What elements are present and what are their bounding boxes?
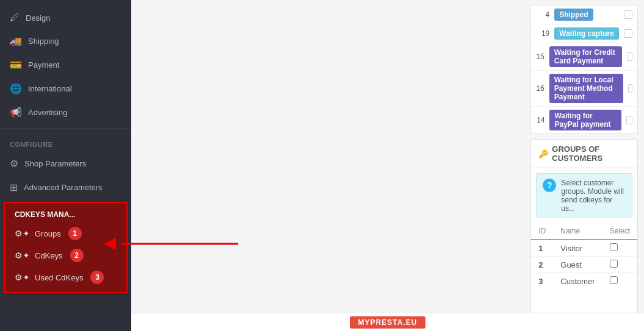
sidebar-item-advertising[interactable]: 📢 Advertising [0, 101, 131, 124]
status-row-shipped: 4 Shipped [531, 5, 637, 24]
col-id: ID [531, 223, 553, 240]
sidebar-item-international[interactable]: 🌐 International [0, 77, 131, 101]
select-checkbox[interactable] [610, 276, 618, 284]
table-row: 2 Guest [531, 257, 637, 273]
groups-table: ID Name Select 1 Visitor 2 [531, 223, 637, 289]
cdkeys-groups-item[interactable]: ⚙✦ Groups 1 [5, 222, 126, 244]
cdkeys-groups-label: Groups [35, 229, 61, 238]
sidebar-item-label: Advertising [28, 108, 67, 117]
sidebar-item-shop-parameters[interactable]: ⚙ Shop Parameters [0, 152, 131, 176]
footer: MYPRESTA.EU [131, 313, 644, 331]
badge-3: 3 [90, 271, 104, 284]
status-id: 14 [536, 116, 545, 124]
sidebar-item-advanced-parameters[interactable]: ⊞ Advanced Parameters [0, 176, 131, 199]
cdkeys-title-label: CDKEYS MANA... [15, 210, 75, 219]
gear-icon-groups: ⚙✦ [15, 229, 30, 238]
table-row: 1 Visitor [531, 240, 637, 257]
sidebar-item-label: International [28, 84, 72, 93]
groups-table-header-row: ID Name Select [531, 223, 637, 240]
col-name: Name [553, 223, 602, 240]
sidebar-item-label: Advanced Parameters [24, 183, 103, 192]
sidebar-item-design[interactable]: 🖊 Design [0, 6, 131, 29]
cdkeys-title: CDKEYS MANA... [5, 207, 126, 222]
shipping-icon: 🚚 [10, 35, 22, 47]
sidebar: 🖊 Design 🚚 Shipping 💳 Payment 🌐 Internat… [0, 0, 131, 331]
payment-icon: 💳 [10, 59, 22, 71]
main-content: Groups of customers permitted to receive… [131, 0, 644, 331]
status-id: 4 [536, 10, 549, 19]
groups-info-box: ? Select customer groups. Module will se… [536, 173, 632, 218]
status-id: 19 [536, 29, 549, 38]
configure-section-label: CONFIGURE [0, 132, 131, 152]
sidebar-item-label: Shop Parameters [24, 159, 86, 168]
status-row-paypal: 14 Waiting for PayPal payment [531, 107, 637, 133]
gear-icon-cdkeys: ⚙✦ [15, 251, 30, 260]
sidebar-item-label: Shipping [28, 37, 59, 46]
row-name: Visitor [553, 240, 602, 257]
row-id: 1 [531, 240, 553, 257]
row-select[interactable] [602, 273, 637, 290]
groups-title-label: GROUPS OF CUSTOMERS [552, 144, 630, 163]
advertising-icon: 📢 [10, 107, 22, 118]
status-row-waiting-capture: 19 Waiting capture [531, 24, 637, 43]
row-id: 3 [531, 273, 553, 290]
sidebar-item-shipping[interactable]: 🚚 Shipping [0, 29, 131, 53]
divider [0, 128, 131, 129]
status-checkbox[interactable] [624, 10, 632, 19]
status-id: 15 [536, 52, 544, 61]
status-badge-shipped: Shipped [554, 9, 593, 21]
international-icon: 🌐 [10, 83, 22, 94]
info-icon: ? [543, 179, 556, 192]
status-badge-paypal: Waiting for PayPal payment [549, 110, 621, 130]
status-badge-credit-card: Waiting for Credit Card Payment [549, 46, 623, 67]
right-panel: 4 Shipped 19 Waiting capture 15 Waiting … [524, 0, 644, 331]
row-name: Guest [553, 257, 602, 273]
status-row-credit-card: 15 Waiting for Credit Card Payment [531, 43, 637, 71]
row-name: Customer [553, 273, 602, 290]
groups-panel-title: 🔑 GROUPS OF CUSTOMERS [531, 140, 637, 168]
status-badge-local-payment: Waiting for Local Payment Method Payment [549, 74, 623, 103]
select-checkbox[interactable] [610, 260, 618, 268]
design-icon: 🖊 [10, 12, 20, 23]
cdkeys-cdkeys-label: CdKeys [35, 251, 63, 260]
cdkeys-cdkeys-item[interactable]: ⚙✦ CdKeys 2 [5, 244, 126, 266]
status-checkbox[interactable] [628, 84, 632, 93]
col-select: Select [602, 223, 637, 240]
content-area: Groups of customers permitted to receive… [131, 0, 644, 331]
sidebar-item-label: Design [26, 13, 50, 23]
status-row-local-payment: 16 Waiting for Local Payment Method Paym… [531, 71, 637, 107]
status-checkbox[interactable] [627, 52, 632, 61]
advanced-params-icon: ⊞ [10, 182, 18, 193]
shop-params-icon: ⚙ [10, 158, 18, 169]
gear-icon-used: ⚙✦ [15, 272, 30, 282]
cdkeys-used-item[interactable]: ⚙✦ Used CdKeys 3 [5, 266, 126, 288]
status-badge-waiting-capture: Waiting capture [554, 27, 619, 40]
sidebar-item-payment[interactable]: 💳 Payment [0, 53, 131, 77]
badge-2: 2 [70, 249, 84, 262]
select-checkbox[interactable] [610, 243, 618, 251]
cdkeys-used-label: Used CdKeys [35, 273, 83, 282]
row-select[interactable] [602, 240, 637, 257]
groups-panel: 🔑 GROUPS OF CUSTOMERS ? Select customer … [530, 139, 638, 326]
info-text: Select customer groups. Module will send… [561, 179, 626, 213]
key-icon: 🔑 [538, 149, 548, 158]
footer-badge: MYPRESTA.EU [350, 316, 426, 329]
left-panel: Groups of customers permitted to receive… [131, 0, 524, 331]
badge-1: 1 [68, 227, 82, 240]
cdkeys-section: CDKEYS MANA... ⚙✦ Groups 1 ⚙✦ CdKeys 2 ⚙… [4, 202, 128, 293]
sidebar-item-label: Payment [28, 60, 59, 69]
status-table: 4 Shipped 19 Waiting capture 15 Waiting … [530, 5, 638, 134]
status-checkbox[interactable] [626, 116, 632, 124]
row-id: 2 [531, 257, 553, 273]
status-checkbox[interactable] [624, 29, 632, 38]
row-select[interactable] [602, 257, 637, 273]
status-id: 16 [536, 84, 544, 93]
table-row: 3 Customer [531, 273, 637, 290]
